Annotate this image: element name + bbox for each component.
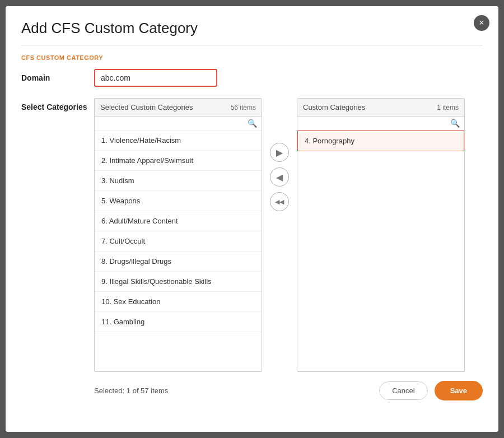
custom-panel-count: 1 items	[437, 104, 459, 111]
list-item[interactable]: 2. Intimate Apparel/Swimsuit	[95, 151, 262, 171]
custom-search-input[interactable]	[302, 119, 450, 128]
section-label: CFS CUSTOM CATEGORY	[21, 54, 483, 61]
transfer-buttons-group: ▶ ◀ ◀◀	[262, 143, 297, 211]
footer-buttons: Cancel Save	[379, 381, 483, 400]
list-item[interactable]: 9. Illegal Skills/Questionable Skills	[95, 272, 262, 292]
list-item[interactable]: 11. Gambling	[95, 312, 262, 332]
selected-categories-panel: Selected Custom Categories 56 items 🔍 1.…	[94, 98, 262, 372]
close-button[interactable]: ×	[474, 15, 489, 31]
selected-search-input[interactable]	[99, 119, 248, 128]
footer: Selected: 1 of 57 items Cancel Save	[21, 381, 483, 400]
list-item[interactable]: 4. Pornography	[297, 131, 464, 151]
list-item[interactable]: 8. Drugs/Illegal Drugs	[95, 251, 262, 272]
cancel-button[interactable]: Cancel	[379, 381, 427, 400]
selected-search-row: 🔍	[95, 117, 262, 131]
custom-search-icon: 🔍	[450, 119, 460, 128]
modal-title: Add CFS Custom Category	[21, 20, 483, 37]
domain-row: Domain	[21, 69, 483, 87]
selected-search-icon: 🔍	[248, 119, 257, 128]
selected-panel-count: 56 items	[231, 104, 256, 111]
list-item[interactable]: 6. Adult/Mature Content	[95, 211, 262, 231]
list-item[interactable]: 1. Violence/Hate/Racism	[95, 131, 262, 151]
list-item[interactable]: 7. Cult/Occult	[95, 231, 262, 251]
list-item[interactable]: 10. Sex Education	[95, 292, 262, 312]
selected-panel-title: Selected Custom Categories	[100, 103, 193, 111]
list-item[interactable]: 5. Weapons	[95, 191, 262, 211]
custom-panel-title: Custom Categories	[303, 103, 365, 111]
move-right-button[interactable]: ▶	[270, 143, 289, 162]
move-all-left-button[interactable]: ◀◀	[270, 192, 289, 211]
selected-panel-header: Selected Custom Categories 56 items	[95, 99, 262, 117]
modal-container: × Add CFS Custom Category CFS CUSTOM CAT…	[6, 6, 498, 432]
footer-status: Selected: 1 of 57 items	[94, 386, 168, 395]
save-button[interactable]: Save	[435, 381, 483, 400]
list-item[interactable]: 3. Nudism	[95, 171, 262, 191]
domain-label: Domain	[21, 73, 94, 82]
domain-input[interactable]	[94, 69, 217, 87]
selected-list-body: 1. Violence/Hate/Racism 2. Intimate Appa…	[95, 131, 262, 371]
custom-search-row: 🔍	[297, 117, 464, 131]
select-categories-label: Select Categories	[21, 98, 94, 111]
custom-panel-header: Custom Categories 1 items	[297, 99, 464, 117]
categories-row: Select Categories Selected Custom Catego…	[21, 98, 483, 372]
custom-list-body: 4. Pornography	[297, 131, 464, 371]
move-left-button[interactable]: ◀	[270, 167, 289, 187]
custom-categories-panel: Custom Categories 1 items 🔍 4. Pornograp…	[297, 98, 465, 372]
divider	[21, 45, 483, 45]
